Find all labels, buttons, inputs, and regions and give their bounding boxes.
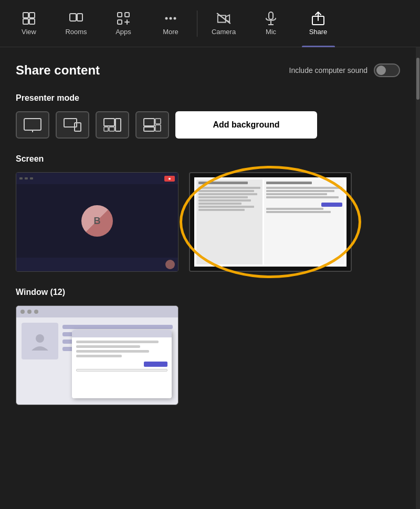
presenter-mode-btn-2[interactable] [56,111,89,139]
screen2-content [190,173,351,271]
grid-icon [22,11,36,26]
win-dot-3 [34,310,38,314]
screen-2-thumbnail[interactable] [189,172,352,272]
window-card2-body [72,337,172,375]
toolbar-camera-label: Camera [212,28,236,36]
svg-rect-6 [118,13,122,17]
toolbar-share-label: Share [309,28,328,36]
s2-btn-area [266,203,342,207]
toolbar-item-more[interactable]: More [147,0,194,47]
content-area: Share content Include computer sound Pre… [0,47,416,509]
screen1-avatar [165,260,175,269]
s2-line [198,196,248,198]
toolbar-item-rooms[interactable]: Rooms [52,0,100,47]
svg-point-11 [174,17,176,20]
wc2-line-3 [76,350,149,353]
svg-point-30 [36,334,44,343]
screen1-content: ■ B [16,173,178,271]
win-dot-2 [27,310,32,314]
screen2-left [196,179,262,264]
screen-1-thumbnail[interactable]: ■ B [16,172,178,272]
s2-line-r [266,182,312,184]
topbar-dot-3 [30,177,33,179]
s2-line [198,190,254,192]
toolbar-item-apps[interactable]: Apps [100,0,147,47]
win-dot-1 [20,310,25,314]
toolbar-item-camera[interactable]: Camera [200,0,247,47]
svg-point-10 [170,17,172,20]
scrollbar-thumb[interactable] [416,58,419,100]
toolbar-rooms-label: Rooms [65,28,87,36]
svg-rect-2 [23,19,28,24]
presenter-mode-btn-4[interactable] [135,111,169,139]
share-title: Share content [16,63,289,78]
share-header: Share content Include computer sound [16,63,400,78]
presenter-mode-btn-3[interactable] [96,111,129,139]
svg-point-9 [165,17,168,20]
screen1-topbar: ■ [16,173,178,184]
screen-section: Screen ■ B [16,154,400,272]
screen-2-wrapper [189,172,352,272]
apps-icon [116,11,131,26]
more-icon [163,11,178,26]
window-1-thumbnail[interactable] [16,305,178,405]
s2-line [198,209,245,211]
screen1-body: B [16,184,178,258]
s2-line [198,203,242,205]
svg-rect-1 [29,13,35,18]
presenter-mode-btn-1[interactable] [16,111,49,139]
svg-rect-23 [104,127,108,131]
toolbar-item-share[interactable]: Share [295,0,342,47]
svg-rect-0 [23,13,28,18]
svg-rect-3 [29,19,35,24]
s2-line [198,206,254,208]
window-card2 [72,330,172,398]
win-line-1 [62,325,173,329]
screen2-inner [194,177,346,267]
add-background-button[interactable]: Add background [175,111,317,139]
svg-rect-8 [118,20,122,24]
toolbar: View Rooms Apps [0,0,420,47]
mic-icon [264,11,278,26]
s2-line [198,182,248,184]
wc2-action-btn [144,362,167,367]
wc2-line-5 [76,369,167,372]
toggle-knob [376,66,386,75]
screen1-logo: B [81,205,113,237]
svg-rect-13 [269,12,273,19]
svg-rect-29 [144,127,154,131]
toolbar-right-group: Camera Mic Share [200,0,342,47]
svg-rect-24 [109,127,114,131]
svg-rect-25 [116,119,121,131]
main-area: Share content Include computer sound Pre… [0,47,420,509]
wc2-line-2 [76,345,140,348]
share-icon [311,11,326,26]
screen2-right [264,179,344,264]
toolbar-left-group: View Rooms Apps [5,0,194,47]
svg-rect-27 [155,119,161,124]
toolbar-view-label: View [22,28,36,36]
topbar-dot-2 [25,177,28,179]
wc2-btn-row [76,362,167,367]
camera-off-icon [216,11,231,26]
s2-line-r [266,196,339,198]
toolbar-separator [197,10,197,37]
computer-sound-toggle[interactable] [374,63,400,77]
svg-rect-22 [104,119,114,126]
toolbar-item-mic[interactable]: Mic [247,0,295,47]
s2-line-r [266,193,327,195]
s2-action-btn [321,203,342,207]
window-card2-topbar [72,330,172,337]
s2-line-r [266,211,331,213]
svg-rect-17 [24,119,41,130]
red-btn: ■ [164,176,175,182]
toolbar-item-view[interactable]: View [5,0,52,47]
s2-line-r [266,190,335,192]
presenter-mode-title: Presenter mode [16,93,400,103]
s2-line [198,193,257,195]
s2-line-r [266,187,342,189]
svg-rect-28 [155,125,161,131]
rooms-icon [69,11,83,26]
wc2-line-1 [76,341,159,343]
scrollbar[interactable] [416,47,420,509]
